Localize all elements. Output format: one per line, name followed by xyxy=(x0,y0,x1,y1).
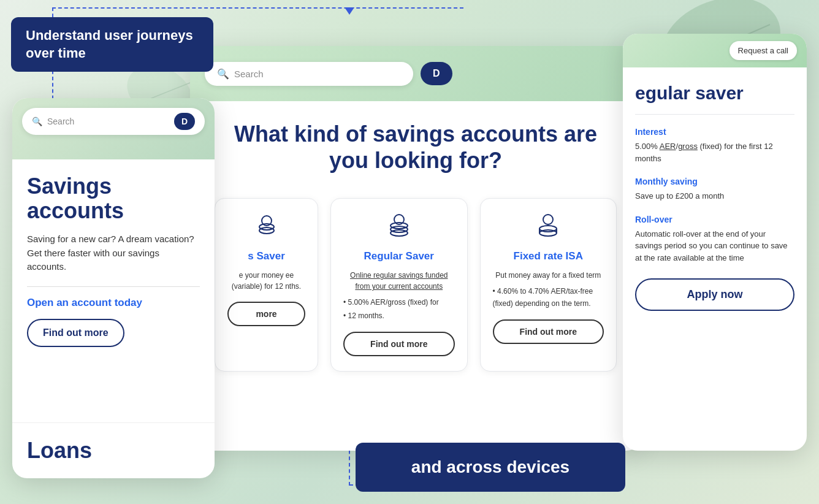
apply-now-button[interactable]: Apply now xyxy=(635,278,794,311)
tooltip-top-text: Understand user journeys over time xyxy=(26,28,193,61)
product-icon-easy-access xyxy=(227,213,305,243)
right-section-interest: Interest 5.00% AER/gross (fixed) for the… xyxy=(635,127,794,164)
right-section-interest-title: Interest xyxy=(635,127,794,137)
product-icon-fixed-isa xyxy=(493,213,604,243)
mobile-search-button[interactable]: D xyxy=(174,113,195,130)
search-icon-mobile: 🔍 xyxy=(32,116,42,126)
main-search-button[interactable]: D xyxy=(421,62,452,85)
right-section-interest-text: 5.00% AER/gross (fixed) for the first 12… xyxy=(635,140,794,164)
tooltip-banner-bottom: and across devices xyxy=(356,443,625,492)
tooltip-banner-top: Understand user journeys over time xyxy=(11,17,213,72)
right-section-monthly-title: Monthly saving xyxy=(635,177,794,186)
right-section-monthly: Monthly saving Save up to £200 a month xyxy=(635,177,794,202)
mobile-open-account-link[interactable]: Open an account today xyxy=(27,297,200,309)
right-section-rollover: Roll-over Automatic roll-over at the end… xyxy=(635,215,794,264)
product-card-regular-saver: Regular Saver Online regular savings fun… xyxy=(330,198,467,371)
mobile-search-placeholder[interactable]: Search xyxy=(47,116,169,126)
tooltip-bottom-text: and across devices xyxy=(411,457,569,476)
svg-point-21 xyxy=(539,230,557,236)
product-feature-isa-1: 4.60% to 4.70% AER/tax-free (fixed) depe… xyxy=(493,286,604,309)
product-icon-regular-saver xyxy=(343,213,454,243)
mobile-card-footer: Loans xyxy=(12,422,215,478)
mobile-find-out-more-button[interactable]: Find out more xyxy=(27,319,124,347)
right-card-title: egular saver xyxy=(635,82,794,104)
main-desktop-card: 🔍 Search D What kind of savings accounts… xyxy=(190,46,641,451)
right-detail-card: Request a call egular saver Interest 5.0… xyxy=(623,34,807,451)
find-out-more-fixed-isa[interactable]: Find out more xyxy=(493,319,604,344)
product-card-easy-access: s Saver e your money ee (variable) for 1… xyxy=(215,198,318,371)
find-out-more-easy-access[interactable]: more xyxy=(227,302,305,326)
product-card-fixed-isa: Fixed rate ISA Put money away for a fixe… xyxy=(480,198,617,371)
dashed-line-top-horizontal xyxy=(52,7,463,9)
search-icon-main: 🔍 xyxy=(217,68,229,80)
right-section-rollover-title: Roll-over xyxy=(635,215,794,224)
product-name-fixed-isa: Fixed rate ISA xyxy=(493,250,604,262)
product-desc-easy-access: e your money ee (variable) for 12 nths. xyxy=(227,270,305,292)
product-name-regular-saver: Regular Saver xyxy=(343,250,454,262)
right-card-body: egular saver Interest 5.00% AER/gross (f… xyxy=(623,67,807,326)
right-section-rollover-text: Automatic roll-over at the end of your s… xyxy=(635,228,794,264)
mobile-search-bar: 🔍 Search D xyxy=(22,108,205,135)
product-name-easy-access: s Saver xyxy=(227,250,305,262)
mobile-card-header: 🔍 Search D xyxy=(12,98,215,159)
main-search-placeholder[interactable]: Search xyxy=(234,69,401,79)
mobile-card: 🔍 Search D Savings accounts Saving for a… xyxy=(12,98,215,478)
main-card-header: 🔍 Search D xyxy=(190,46,641,101)
main-search-bar: 🔍 Search xyxy=(205,62,413,86)
product-feature-regular-1: 5.00% AER/gross (fixed) for xyxy=(343,297,454,308)
dashed-arrow-down xyxy=(345,7,354,15)
find-out-more-regular-saver[interactable]: Find out more xyxy=(343,332,454,356)
product-feature-regular-2: 12 months. xyxy=(343,310,454,322)
request-call-button[interactable]: Request a call xyxy=(729,41,797,60)
products-row: s Saver e your money ee (variable) for 1… xyxy=(215,198,617,371)
right-section-monthly-text: Save up to £200 a month xyxy=(635,190,794,202)
product-desc-regular-saver: Online regular savings funded from your … xyxy=(343,270,454,292)
mobile-card-divider xyxy=(27,286,200,287)
mobile-card-title: Savings accounts xyxy=(27,174,200,223)
svg-point-19 xyxy=(543,215,553,224)
main-card-body: What kind of savings accounts are you lo… xyxy=(190,101,641,391)
right-card-header: Request a call xyxy=(623,34,807,67)
mobile-card-subtitle: Saving for a new car? A dream vacation? … xyxy=(27,232,200,274)
main-card-question: What kind of savings accounts are you lo… xyxy=(215,121,617,174)
right-card-divider xyxy=(635,114,794,115)
mobile-card-body: Savings accounts Saving for a new car? A… xyxy=(12,159,215,362)
mobile-footer-title: Loans xyxy=(27,438,200,464)
product-desc-fixed-isa: Put money away for a fixed term xyxy=(493,270,604,281)
